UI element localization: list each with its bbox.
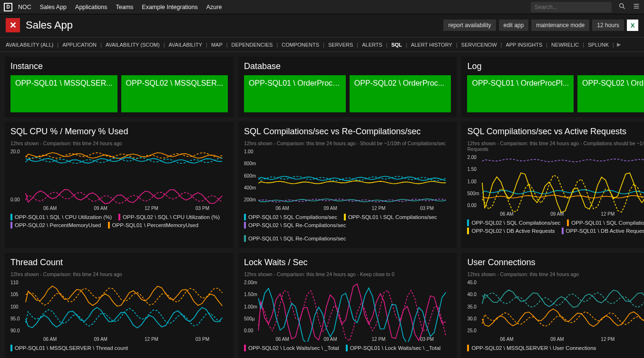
action-button[interactable]: 12 hours [592,20,624,31]
legend-item: OPP-SQL02 \ PercentMemoryUsed [10,222,101,229]
x-tick: 09 AM [550,337,564,342]
legend-item: OPP-SQL01 \ SQL \ CPU Utilization (%) [10,214,112,220]
y-tick: 500m [467,191,479,196]
x-tick: 09 AM [323,206,337,211]
topnav-item[interactable]: Azure [206,4,222,10]
topnav-item[interactable]: NOC [18,4,31,10]
panel-instance: Instance OPP-SQL01 \ MSSQLSER...OPP-SQL0… [5,57,234,117]
search-icon[interactable] [618,2,626,11]
action-button[interactable]: maintenance mode [531,20,589,31]
close-button[interactable]: ✕ [6,18,20,32]
subnav-item[interactable]: NEWRELIC [550,42,580,48]
separator: | [164,42,165,48]
status-tile[interactable]: OPP-SQL01 \ MSSQLSER... [10,75,117,112]
title-bar: ✕ Sales App report availabilityedit appm… [0,14,644,34]
y-tick: 400m [244,185,256,190]
x-tick: 09 AM [94,337,107,342]
y-tick: 100 [10,304,20,309]
x-tick: 06 AM [275,337,289,342]
y-tick: 110 [10,280,20,285]
y-tick: 40.0 [467,292,476,297]
y-tick: 20.0 [10,149,20,154]
x-tick: 12 PM [372,337,386,342]
x-tick: 06 AM [43,337,57,342]
status-tile[interactable]: OPP-SQL01 \ OrderProcP... [244,75,346,112]
app-logo[interactable]: D [4,3,12,11]
legend-item: OPP-SQL02 \ SQL Re-Compilations/sec [244,222,346,229]
separator: | [456,42,458,48]
separator: | [276,42,278,48]
top-nav: D NOCSales AppApplicationsTeamsExample I… [0,0,644,14]
x-tick: 12 PM [145,337,158,342]
subnav-item[interactable]: ALERT HISTORY [410,42,453,48]
subnav-item[interactable]: ALERTS [361,42,383,48]
x-tick: 06 AM [500,337,513,342]
page-title: Sales App [26,19,443,31]
separator: | [546,42,547,48]
y-tick: 1.50 [467,167,479,172]
subnav-item[interactable]: APPLICATION [61,42,98,48]
subnav-item[interactable]: APP INSIGHTS [505,42,543,48]
subnav-item[interactable]: COMPONENTS [281,42,320,48]
dashboard-grid: Instance OPP-SQL01 \ MSSQLSER...OPP-SQL0… [0,52,644,358]
x-tick: 03 PM [195,206,209,211]
panel-log: Log OPP-SQL01 \ OrderProcPl...OPP-SQL02 … [461,57,644,117]
y-tick: 35.0 [467,304,476,309]
x-tick: 09 AM [550,211,564,217]
action-button[interactable]: edit app [499,20,529,31]
panel-cpu-mem: SQL CPU % / Memory % Used12hrs shown - C… [5,122,234,248]
chart-title: Thread Count [10,258,228,268]
legend-item: OPP-SQL01 \ SQL Compilations/sec [344,214,437,220]
x-tick: 12 PM [145,206,158,211]
chart-title: SQL CPU % / Memory % Used [10,127,228,137]
subnav-item[interactable]: SQL [390,42,403,48]
x-tick: 06 AM [500,211,513,217]
subnav-item[interactable]: AVAILABILITY [168,42,204,48]
panel-database: Database OPP-SQL01 \ OrderProcP...OPP-SQ… [238,57,457,117]
topnav-item[interactable]: Teams [116,4,133,10]
chart-subtitle: 12hrs shown - Comparison: this time 24 h… [244,271,451,277]
status-tile[interactable]: OPP-SQL02 \ MSSQLSER... [121,75,228,112]
y-tick: 2.00 [467,155,479,160]
x-tick: 03 PM [420,206,434,211]
x-tick: 12 PM [601,337,615,342]
topnav-item[interactable]: Example Integrations [142,4,197,10]
x-tick: 09 AM [94,206,107,211]
topnav-item[interactable]: Sales App [40,4,67,10]
separator: | [323,42,324,48]
excel-export-icon[interactable]: X [627,20,638,31]
status-tile[interactable]: OPP-SQL02 \ OrderProcPl... [577,75,644,112]
status-tile[interactable]: OPP-SQL01 \ OrderProcPl... [467,75,574,112]
separator: | [357,42,358,48]
separator: | [100,42,102,48]
chevron-right-icon[interactable]: ▶ [617,41,621,48]
subnav-item[interactable]: MAP [210,42,224,48]
subnav-item[interactable]: SPLUNK [587,42,610,48]
chart-legend: OPP-SQL01 \ MSSQLSERVER \ Thread countOP… [10,345,228,358]
subnav-item[interactable]: SERVICENOW [460,42,498,48]
panel-title: Log [467,61,644,71]
menu-icon[interactable] [633,2,640,11]
subnav-item[interactable]: SERVERS [327,42,354,48]
subnav-item[interactable]: AVAILABILITY (SCOM) [105,42,161,48]
y-tick: 200m [244,197,256,202]
subnav-item[interactable]: AVAILABILITY (ALL) [5,42,54,48]
separator: | [57,42,59,48]
y-tick: 95.0 [10,316,20,321]
legend-item: OPP-SQL01 \ MSSQLSERVER \ Thread count [10,345,128,351]
status-tile[interactable]: OPP-SQL02 \ OrderProc... [350,75,451,112]
panel-compilations: SQL Compilations/sec vs Re-Compilations/… [238,122,457,248]
chart-legend: OPP-SQL02 \ Lock Waits/sec \ _TotalOPP-S… [244,345,451,351]
topnav-item[interactable]: Applications [75,4,107,10]
chart-canvas: 11010510095.090.006 AM09 AM12 PM03 PM [10,280,228,342]
subnav-item[interactable]: DEPENDENCIES [231,42,274,48]
action-button[interactable]: report availability [443,20,496,31]
panel-user-connections: User Connections12hrs shown - Comparison… [461,253,644,358]
chart-canvas: 45.040.035.030.025.006 AM09 AM12 PM03 PM [467,280,644,342]
chart-subtitle: 12hrs shown - Comparison: this time 24 h… [10,140,228,146]
y-tick: 1.00 [467,179,479,184]
svg-line-1 [623,7,624,9]
x-tick: 06 AM [43,206,57,211]
search-input[interactable] [531,2,612,12]
x-tick: 09 AM [323,337,337,342]
